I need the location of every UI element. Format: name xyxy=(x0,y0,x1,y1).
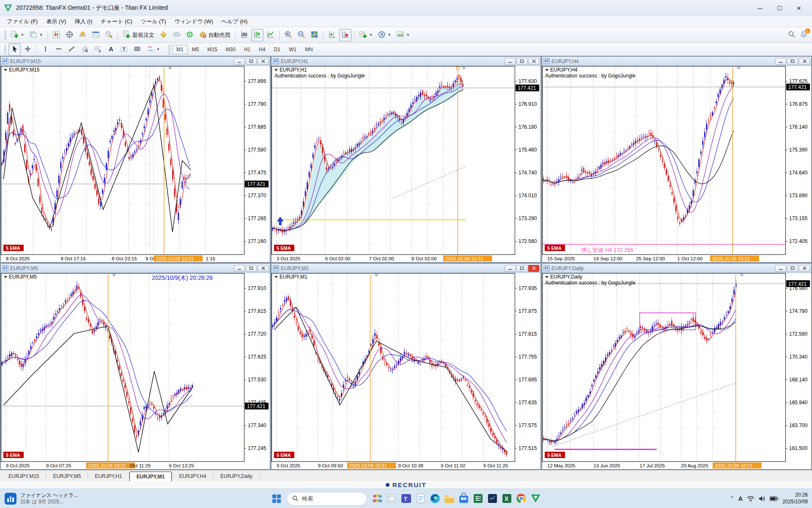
chart-tab-eurjpy-m1[interactable]: EURJPY,M1 xyxy=(129,472,172,481)
menu-item-6[interactable]: ヘルプ (H) xyxy=(217,17,252,27)
dropdown-arrow-icon[interactable]: ▼ xyxy=(156,47,160,51)
chart-canvas-h4[interactable]: 押し安値 H4 172.265 177.625176.875176.140175… xyxy=(542,66,811,262)
taskbar-search-input[interactable]: 検索 xyxy=(287,492,367,505)
window-close-button[interactable]: ✕ xyxy=(789,2,809,14)
menu-item-2[interactable]: 挿入 (I) xyxy=(70,17,96,27)
tb-indicators-button[interactable]: ▼ xyxy=(357,29,375,41)
tb-zoom-in-button[interactable] xyxy=(282,29,294,41)
timeframe-m30-button[interactable]: M30 xyxy=(222,45,240,54)
tb-templates-button[interactable]: ▼ xyxy=(394,29,412,41)
chart-window-titlebar-m1[interactable]: EURJPY,M1 xyxy=(272,264,540,273)
draw-channel-button[interactable]: E xyxy=(79,43,91,56)
draw-fibo-button[interactable]: F xyxy=(92,43,104,56)
menu-item-4[interactable]: ツール (T) xyxy=(137,17,170,27)
chart-area-m5[interactable]: 2025/10/9(木) 20:26:26 177.910177.815177.… xyxy=(1,273,270,469)
taskbar-app-green-app-icon[interactable] xyxy=(471,491,485,506)
taskbar-app-chrome-icon[interactable] xyxy=(514,491,528,506)
notifications-bell-icon[interactable]: 1 xyxy=(800,30,808,40)
dropdown-arrow-icon[interactable]: ▼ xyxy=(39,33,43,37)
chart-tab-eurjpy-m5[interactable]: EURJPY,M5 xyxy=(46,472,88,481)
window-minimize-button[interactable]: — xyxy=(750,2,770,14)
taskbar-app-edge-icon[interactable] xyxy=(428,491,442,506)
menu-item-0[interactable]: ファイル (F) xyxy=(3,17,42,27)
chart-area-m15[interactable]: 177.895177.790177.685177.580177.475177.3… xyxy=(1,66,270,262)
wifi-icon[interactable] xyxy=(747,496,754,502)
tb-metaeditor-button[interactable] xyxy=(157,29,170,41)
chart-tab-eurjpy-h1[interactable]: EURJPY,H1 xyxy=(88,472,129,481)
draw-trendline-button[interactable] xyxy=(66,43,78,56)
tb-chart-plus-button[interactable]: ▼ xyxy=(8,29,26,41)
taskbar-app-teams-icon[interactable]: T xyxy=(399,491,413,506)
menu-item-1[interactable]: 表示 (V) xyxy=(42,17,70,27)
tb-chart-candles-button[interactable] xyxy=(251,29,263,41)
draw-cursor-button[interactable] xyxy=(8,43,21,56)
timeframe-h1-button[interactable]: H1 xyxy=(240,45,255,54)
chart-window-titlebar-m15[interactable]: EURJPY,M15 xyxy=(1,57,270,66)
taskbar-app-snip-icon[interactable] xyxy=(384,491,399,506)
battery-icon[interactable] xyxy=(770,496,778,501)
timeframe-m5-button[interactable]: M5 xyxy=(188,45,203,54)
timeframe-m1-button[interactable]: M1 xyxy=(172,45,188,54)
taskbar-app-dark-app-icon[interactable] xyxy=(485,491,499,506)
chart-tab-eurjpy-h4[interactable]: EURJPY,H4 xyxy=(172,472,213,481)
taskbar-app-people-icon[interactable] xyxy=(370,491,384,506)
dropdown-arrow-icon[interactable]: ▼ xyxy=(388,33,391,37)
tb-market-watch-button[interactable] xyxy=(50,29,63,41)
chart-restore-button[interactable] xyxy=(246,265,257,272)
chart-restore-button[interactable] xyxy=(787,265,798,272)
chart-close-button[interactable] xyxy=(528,265,539,272)
search-icon[interactable] xyxy=(788,30,796,40)
tb-terminal-button[interactable] xyxy=(90,29,102,41)
menu-item-3[interactable]: チャート (C) xyxy=(96,17,137,27)
tb-chart-line-button[interactable] xyxy=(264,29,277,41)
tb-zoom-out-button[interactable] xyxy=(295,29,307,41)
chart-minimize-button[interactable] xyxy=(234,265,245,272)
draw-vline-button[interactable] xyxy=(39,43,52,56)
chart-window-titlebar-m5[interactable]: EURJPY,M5 xyxy=(1,264,270,273)
taskbar-app-excel-icon[interactable]: X xyxy=(499,491,514,506)
taskbar-app-notepad-icon[interactable] xyxy=(413,491,428,506)
chart-close-button[interactable] xyxy=(258,58,269,65)
dropdown-arrow-icon[interactable]: ▼ xyxy=(21,33,24,37)
dropdown-arrow-icon[interactable]: ▼ xyxy=(369,33,373,37)
draw-hline-button[interactable] xyxy=(52,43,65,56)
menu-item-5[interactable]: ウィンドウ (W) xyxy=(170,17,217,27)
chart-minimize-button[interactable] xyxy=(505,265,516,272)
chart-area-m1[interactable]: 177.935177.875177.815177.755177.695177.6… xyxy=(272,273,540,469)
chart-minimize-button[interactable] xyxy=(775,58,786,65)
tb-new-order-button[interactable]: 新規注文 xyxy=(121,29,156,41)
timeframe-mn-button[interactable]: MN xyxy=(301,45,317,54)
taskbar-clock[interactable]: 20:26 2025/10/09 xyxy=(782,492,808,505)
chart-canvas-m15[interactable]: 177.895177.790177.685177.580177.475177.3… xyxy=(1,66,270,262)
tb-strategy-tester-button[interactable] xyxy=(103,29,115,41)
chart-close-button[interactable] xyxy=(799,58,810,65)
timeframe-w1-button[interactable]: W1 xyxy=(285,45,301,54)
widgets-news-button[interactable]: ファイナンス ヘッドラ... 日本 は 9月 2025... xyxy=(4,492,114,505)
timeframe-m15-button[interactable]: M15 xyxy=(203,45,221,54)
draw-crosshair-button[interactable] xyxy=(22,43,34,56)
chart-area-h1[interactable]: 177.630176.910176.180175.460174.740174.0… xyxy=(272,66,540,262)
tb-periods-button[interactable]: ▼ xyxy=(376,29,393,41)
chart-canvas-daily[interactable]: 176.980174.780172.580170.340168.140165.9… xyxy=(542,273,811,469)
chart-canvas-m5[interactable]: 2025/10/9(木) 20:26:26 177.910177.815177.… xyxy=(1,273,270,469)
chart-tab-eurjpy-daily[interactable]: EURJPY,Daily xyxy=(214,472,259,481)
draw-label-button[interactable]: T xyxy=(118,43,130,56)
chart-restore-button[interactable] xyxy=(787,58,798,65)
draw-shapes-button[interactable] xyxy=(131,43,143,56)
tb-auto-scroll-button[interactable] xyxy=(326,29,338,41)
chart-minimize-button[interactable] xyxy=(234,58,245,65)
chart-canvas-m1[interactable]: 177.935177.875177.815177.755177.695177.6… xyxy=(272,273,540,469)
volume-icon[interactable] xyxy=(759,496,765,502)
tb-signals-button[interactable] xyxy=(184,29,196,41)
taskbar-app-explorer-icon[interactable] xyxy=(442,491,456,506)
chart-window-titlebar-daily[interactable]: EURJPY,Daily xyxy=(542,264,811,273)
tb-tile-windows-button[interactable] xyxy=(308,29,321,41)
tb-chart-bars-button[interactable] xyxy=(238,29,250,41)
tb-autotrade-button[interactable]: 自動売買 xyxy=(197,29,233,41)
taskbar-app-titanfx-icon[interactable] xyxy=(528,491,543,506)
tb-cloud-button[interactable] xyxy=(170,29,183,41)
tb-chart-shift-button[interactable] xyxy=(339,29,351,41)
window-maximize-button[interactable]: ☐ xyxy=(770,2,789,14)
chart-restore-button[interactable] xyxy=(516,265,527,272)
chart-window-titlebar-h1[interactable]: EURJPY,H1 xyxy=(272,57,540,66)
